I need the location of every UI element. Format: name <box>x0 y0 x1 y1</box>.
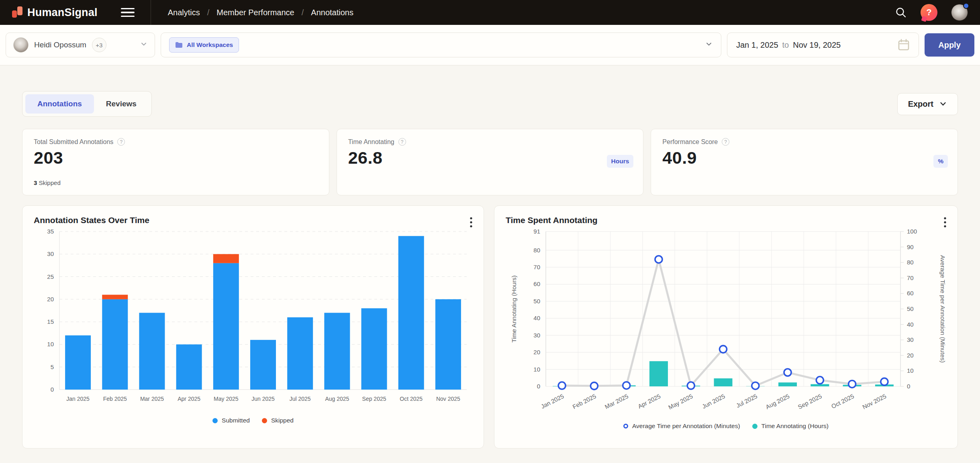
svg-text:Time Annotating (Hours): Time Annotating (Hours) <box>510 275 517 342</box>
svg-text:Apr 2025: Apr 2025 <box>637 393 662 410</box>
svg-text:60: 60 <box>533 280 540 287</box>
member-select[interactable]: Heidi Opossum +3 <box>6 32 155 57</box>
chart-title: Time Spent Annotating <box>506 215 946 225</box>
unit-badge: % <box>933 155 948 168</box>
chart-legend: SubmittedSkipped <box>34 417 472 424</box>
kebab-menu-icon[interactable] <box>468 215 474 231</box>
svg-text:20: 20 <box>533 349 540 355</box>
stat-card-total-submitted: Total Submitted Annotations ? 203 3 Skip… <box>22 129 329 195</box>
svg-text:100: 100 <box>907 228 917 235</box>
date-range-picker[interactable]: Jan 1, 2025 to Nov 19, 2025 <box>727 32 919 57</box>
svg-text:Jan 2025: Jan 2025 <box>540 393 565 410</box>
folder-icon <box>175 42 183 48</box>
svg-text:70: 70 <box>907 274 914 281</box>
stat-footnote: 3 Skipped <box>34 179 318 186</box>
stat-cards: Total Submitted Annotations ? 203 3 Skip… <box>22 129 958 195</box>
workspace-chip[interactable]: All Workspaces <box>169 37 239 53</box>
svg-text:10: 10 <box>533 366 540 373</box>
kebab-menu-icon[interactable] <box>942 215 948 231</box>
breadcrumb-analytics[interactable]: Analytics <box>168 8 200 17</box>
svg-text:60: 60 <box>907 290 914 296</box>
workspace-chip-label: All Workspaces <box>187 41 233 49</box>
stat-value: 26.8 <box>348 148 632 168</box>
svg-text:Sep 2025: Sep 2025 <box>362 396 386 402</box>
svg-text:30: 30 <box>907 336 914 343</box>
info-icon[interactable]: ? <box>722 138 729 146</box>
tab-annotations[interactable]: Annotations <box>25 94 94 114</box>
svg-text:20: 20 <box>47 296 54 303</box>
breadcrumb-annotations: Annotations <box>311 8 353 17</box>
date-separator: to <box>782 41 789 50</box>
svg-text:25: 25 <box>47 273 54 280</box>
svg-text:Oct 2025: Oct 2025 <box>830 393 855 410</box>
svg-text:20: 20 <box>907 352 914 359</box>
stat-value: 203 <box>34 148 318 168</box>
search-icon[interactable] <box>895 6 907 18</box>
workspace-select[interactable]: All Workspaces <box>161 32 721 57</box>
svg-text:Sep 2025: Sep 2025 <box>797 393 823 410</box>
svg-text:35: 35 <box>47 228 54 235</box>
breadcrumb-separator: / <box>207 8 210 17</box>
svg-text:40: 40 <box>907 321 914 328</box>
date-start: Jan 1, 2025 <box>736 41 778 50</box>
time-spent-chart-card: Time Spent Annotating 010203040506070809… <box>494 205 958 449</box>
info-icon[interactable]: ? <box>117 138 125 146</box>
member-name: Heidi Opossum <box>34 41 86 49</box>
svg-text:10: 10 <box>907 367 914 374</box>
stat-card-time-annotating: Time Annotating ? 26.8 Hours <box>337 129 644 195</box>
header-divider <box>151 0 151 25</box>
extra-members-badge: +3 <box>92 38 106 52</box>
humansignal-logo-icon <box>12 6 22 18</box>
stat-label: Performance Score <box>662 138 718 146</box>
svg-text:90: 90 <box>907 244 914 250</box>
tab-reviews[interactable]: Reviews <box>94 94 149 114</box>
legend-item: Average Time per Annotation (Minutes) <box>623 422 740 430</box>
svg-text:Jul 2025: Jul 2025 <box>290 396 311 402</box>
svg-text:Jun 2025: Jun 2025 <box>701 393 726 410</box>
svg-text:Mar 2025: Mar 2025 <box>140 396 164 402</box>
apply-button[interactable]: Apply <box>925 33 974 57</box>
svg-text:Jun 2025: Jun 2025 <box>251 396 275 402</box>
svg-text:0: 0 <box>537 383 540 390</box>
chevron-down-icon <box>705 40 713 50</box>
svg-text:91: 91 <box>533 228 540 235</box>
svg-text:Average Time per Annotation (M: Average Time per Annotation (Minutes) <box>939 255 946 363</box>
svg-text:40: 40 <box>533 315 540 321</box>
date-end: Nov 19, 2025 <box>793 41 841 50</box>
charts-row: Annotation States Over Time 051015202530… <box>22 205 958 449</box>
svg-text:30: 30 <box>47 250 54 257</box>
svg-text:0: 0 <box>907 383 910 390</box>
status-dot <box>963 3 969 9</box>
legend-item: Time Annotating (Hours) <box>752 422 829 430</box>
svg-text:50: 50 <box>533 298 540 305</box>
stat-value: 40.9 <box>662 148 946 168</box>
svg-text:5: 5 <box>51 363 54 370</box>
svg-text:10: 10 <box>47 341 54 347</box>
annotation-states-chart-card: Annotation States Over Time 051015202530… <box>22 205 484 449</box>
menu-icon[interactable] <box>121 6 135 20</box>
brand-name: HumanSignal <box>27 6 98 19</box>
unit-badge: Hours <box>607 155 634 168</box>
legend-item: Submitted <box>212 417 250 424</box>
filter-bar: Heidi Opossum +3 All Workspaces Jan 1, 2… <box>0 25 980 65</box>
export-label: Export <box>908 100 933 109</box>
tab-group: Annotations Reviews <box>22 91 152 117</box>
svg-text:Aug 2025: Aug 2025 <box>764 393 790 410</box>
help-icon[interactable]: ? <box>921 4 937 21</box>
info-icon[interactable]: ? <box>398 138 406 146</box>
export-button[interactable]: Export <box>897 93 958 115</box>
svg-text:May 2025: May 2025 <box>214 396 239 402</box>
member-avatar <box>13 37 29 53</box>
svg-text:Jul 2025: Jul 2025 <box>735 393 758 409</box>
page: HumanSignal Analytics / Member Performan… <box>0 0 980 463</box>
chart-legend: Average Time per Annotation (Minutes)Tim… <box>506 422 946 430</box>
breadcrumb-member-performance[interactable]: Member Performance <box>216 8 294 17</box>
svg-text:80: 80 <box>533 247 540 254</box>
chevron-down-icon <box>939 100 947 108</box>
user-avatar[interactable] <box>951 4 968 21</box>
main-content: Annotations Reviews Export Total Submitt… <box>0 91 980 449</box>
chevron-down-icon <box>140 41 147 49</box>
brand-logo[interactable]: HumanSignal <box>12 6 98 19</box>
breadcrumb: Analytics / Member Performance / Annotat… <box>168 8 353 17</box>
svg-text:15: 15 <box>47 318 54 325</box>
